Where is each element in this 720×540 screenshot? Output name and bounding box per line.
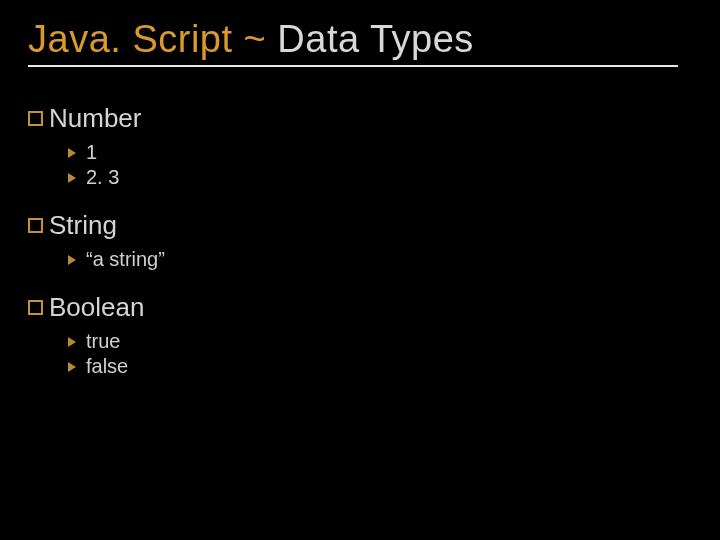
list-item-text: true: [86, 329, 120, 354]
section-heading: Number: [49, 103, 141, 134]
list-item: false: [68, 354, 692, 379]
section-heading: Boolean: [49, 292, 144, 323]
section-boolean: Boolean true false: [28, 292, 692, 379]
triangle-bullet-icon: [68, 362, 76, 372]
sub-list: “a string”: [28, 247, 692, 272]
square-bullet-icon: [28, 300, 43, 315]
slide: Java. Script ~ Data Types Number 1 2. 3 …: [0, 0, 720, 540]
list-item-text: 2. 3: [86, 165, 119, 190]
list-item-text: false: [86, 354, 128, 379]
list-item: true: [68, 329, 692, 354]
section-heading: String: [49, 210, 117, 241]
title-divider: [28, 65, 678, 67]
list-item-text: “a string”: [86, 247, 165, 272]
list-item: 1: [68, 140, 692, 165]
list-item-text: 1: [86, 140, 97, 165]
section-header: String: [28, 210, 692, 241]
section-number: Number 1 2. 3: [28, 103, 692, 190]
triangle-bullet-icon: [68, 148, 76, 158]
triangle-bullet-icon: [68, 337, 76, 347]
title-accent: Java. Script ~: [28, 18, 277, 60]
square-bullet-icon: [28, 111, 43, 126]
list-item: 2. 3: [68, 165, 692, 190]
section-string: String “a string”: [28, 210, 692, 272]
title-main: Data Types: [277, 18, 474, 60]
triangle-bullet-icon: [68, 255, 76, 265]
triangle-bullet-icon: [68, 173, 76, 183]
section-header: Number: [28, 103, 692, 134]
list-item: “a string”: [68, 247, 692, 272]
section-header: Boolean: [28, 292, 692, 323]
sub-list: 1 2. 3: [28, 140, 692, 190]
slide-title: Java. Script ~ Data Types: [28, 18, 692, 61]
square-bullet-icon: [28, 218, 43, 233]
sub-list: true false: [28, 329, 692, 379]
